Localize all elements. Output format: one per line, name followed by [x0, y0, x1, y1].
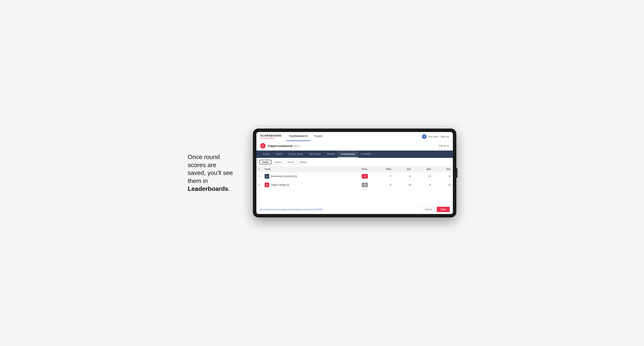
table-header-row: # TEAM TOTAL THRU RD1 RD2 RD3 [256, 167, 453, 172]
desc-line1: Once round [188, 154, 220, 160]
tournament-header: C Clippd Invitational (Men) Cancel ✕ [256, 141, 453, 151]
tournament-title: Clippd Invitational [268, 144, 292, 148]
col-rd2: RD2 [413, 167, 433, 172]
total-2: +3 [345, 181, 370, 189]
team-name-2: C Clippd College [A] [262, 181, 345, 189]
tab-results[interactable]: Results [324, 151, 338, 158]
nav-items: TOURNAMENTS TEAMS [286, 132, 422, 141]
desc-line5-bold: Leaderboards [188, 185, 228, 192]
footer-url: https://stage-blue-coach.stagescoreboard… [260, 208, 322, 210]
top-nav: SCOREBOARD Powered by clippd TOURNAMENTS… [256, 132, 453, 141]
filter-teams[interactable]: Teams [260, 160, 271, 164]
col-rank: # [256, 167, 262, 172]
rd3-1: -6 [433, 172, 453, 181]
rd2-2: -8 [413, 181, 433, 189]
col-thru: THRU [370, 167, 394, 172]
tab-teams[interactable]: Teams [273, 151, 286, 158]
tab-leaderboards[interactable]: Leaderboards [338, 151, 358, 158]
score-badge-1: -5 [362, 174, 368, 178]
team-logo-1: SU [264, 174, 269, 178]
filter-row: Teams Players Scores Strokes [256, 158, 453, 167]
tournament-icon: C [260, 143, 266, 149]
tab-tee-groups[interactable]: Tee Groups [306, 151, 324, 158]
thru-1: F [370, 172, 394, 181]
tournament-cancel-button[interactable]: Cancel ✕ [439, 144, 449, 147]
filter-players[interactable]: Players [272, 160, 284, 164]
rd2-1: +5 [413, 172, 433, 181]
sub-nav: Details Teams Course Setup Tee Groups Re… [256, 151, 453, 158]
nav-tournaments[interactable]: TOURNAMENTS [286, 132, 310, 141]
rank-1: 1 [256, 172, 262, 181]
thru-2: F [370, 181, 394, 189]
tab-details[interactable]: Details [260, 151, 273, 158]
leaderboard-table: # TEAM TOTAL THRU RD1 RD2 RD3 1 [256, 167, 453, 189]
left-description: Once round scores are saved, you'll see … [188, 153, 242, 193]
tablet: SCOREBOARD Powered by clippd TOURNAMENTS… [253, 129, 456, 217]
user-name: Test User | [428, 135, 439, 138]
total-1: -5 [345, 172, 370, 181]
tab-printables[interactable]: Printables [358, 151, 374, 158]
desc-line4: them in [188, 177, 208, 184]
footer-bar: https://stage-blue-coach.stagescoreboard… [256, 205, 453, 214]
logo-sub: Powered by clippd [260, 137, 282, 139]
tablet-power-button [456, 168, 458, 178]
tablet-screen: SCOREBOARD Powered by clippd TOURNAMENTS… [256, 132, 453, 214]
score-badge-2: +3 [362, 182, 368, 187]
footer-buttons: Cancel Save [422, 207, 450, 212]
rd1-2: +8 [394, 181, 413, 189]
table-row: 1 SU Scoreboard University [A] -5 F -4 [256, 172, 453, 181]
table-row: 2 C Clippd College [A] +3 F +8 -8 [256, 181, 453, 189]
nav-teams[interactable]: TEAMS [311, 132, 325, 141]
col-rd3: RD3 [433, 167, 453, 172]
rank-2: 2 [256, 181, 262, 189]
team-logo-2: C [264, 182, 269, 187]
desc-line3: saved, you'll see [188, 169, 233, 176]
desc-line5-end: . [228, 185, 230, 192]
cancel-button[interactable]: Cancel [422, 207, 435, 212]
filter-strokes[interactable]: Strokes [297, 160, 309, 164]
logo-text: SCOREBOARD [260, 134, 282, 137]
desc-line2: scores are [188, 162, 216, 169]
filter-scores[interactable]: Scores [285, 160, 296, 164]
save-button[interactable]: Save [437, 207, 450, 212]
nav-right: S Test User | Sign out [422, 134, 449, 139]
close-icon: ✕ [447, 144, 449, 147]
col-total: TOTAL [345, 167, 370, 172]
sign-out-link[interactable]: Sign out [440, 135, 449, 138]
rd3-2: +3 [433, 181, 453, 189]
tournament-subtitle: (Men) [294, 145, 300, 147]
user-avatar: S [422, 134, 426, 139]
logo: SCOREBOARD Powered by clippd [260, 134, 282, 139]
col-team: TEAM [262, 167, 345, 172]
team-name-1: SU Scoreboard University [A] [262, 172, 345, 181]
rd1-1: -4 [394, 172, 413, 181]
tab-course-setup[interactable]: Course Setup [286, 151, 306, 158]
col-rd1: RD1 [394, 167, 413, 172]
